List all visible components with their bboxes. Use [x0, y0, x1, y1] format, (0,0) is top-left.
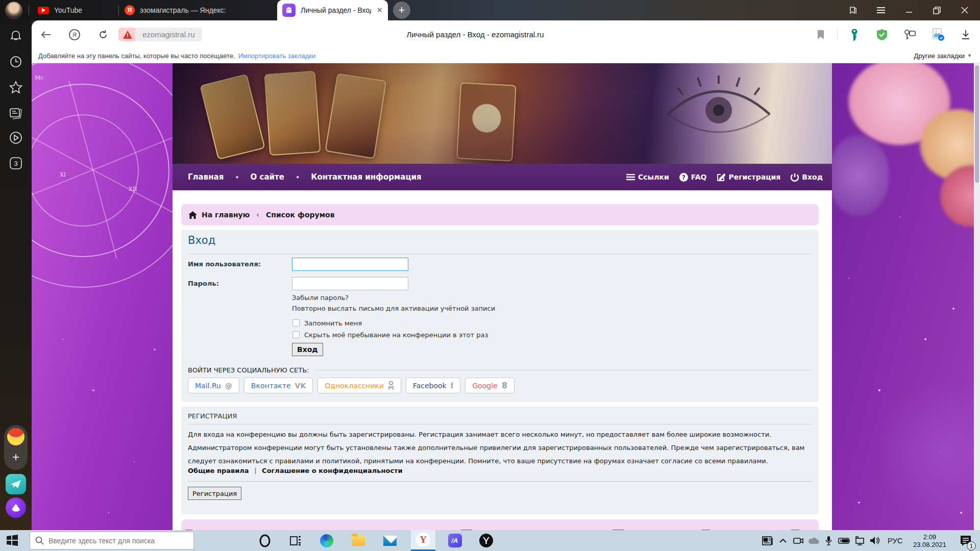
page-scrollbar[interactable]: [974, 63, 980, 530]
password-input[interactable]: [292, 277, 408, 290]
glow-decoration: [879, 369, 980, 530]
aliexpress-icon[interactable]: /A: [443, 530, 467, 551]
vk-icon: VK: [295, 382, 306, 390]
search-input[interactable]: [48, 537, 176, 545]
mailru-login-button[interactable]: Mail.Ru @: [188, 378, 239, 393]
zodiac-label: Mc: [35, 74, 43, 81]
username-input[interactable]: [292, 258, 408, 271]
breadcrumb-forums-link[interactable]: Список форумов: [266, 211, 335, 219]
nav-register-link[interactable]: Регистрация: [717, 173, 780, 182]
yandex-mail-icon[interactable]: [7, 428, 24, 445]
tarot-card: [200, 74, 265, 160]
side-panel-toggle-icon[interactable]: [842, 0, 863, 20]
start-button[interactable]: [6, 534, 18, 548]
camera-tray-icon[interactable]: [791, 537, 806, 545]
vkontakte-login-button[interactable]: Вконтакте VK: [244, 378, 313, 393]
onedrive-cloud-icon[interactable]: [806, 537, 821, 544]
odnoklassniki-login-button[interactable]: Одноклассники: [317, 378, 401, 393]
hide-session-checkbox[interactable]: [292, 331, 300, 338]
user-avatar[interactable]: [5, 2, 22, 19]
battery-icon[interactable]: [837, 537, 852, 544]
alice-assistant-icon[interactable]: [6, 497, 26, 518]
notification-center-icon[interactable]: 1: [951, 535, 980, 546]
tab-separator: [118, 5, 119, 15]
site-security-warning-icon[interactable]: !: [118, 28, 137, 41]
facebook-login-button[interactable]: Facebook f: [406, 378, 460, 393]
xbox-icon[interactable]: [474, 530, 498, 551]
forgot-password-link[interactable]: Забыли пароль?: [292, 294, 349, 302]
tab-youtube[interactable]: YouTube: [31, 0, 118, 20]
tab-close-icon[interactable]: ✕: [376, 6, 383, 15]
bookmarks-hint: Добавляйте на эту панель сайты, которые …: [38, 52, 235, 60]
other-bookmarks-button[interactable]: Другие закладки ▼: [914, 52, 972, 60]
bookmark-flag-icon[interactable]: [812, 20, 830, 48]
rules-link[interactable]: Общие правила: [188, 467, 249, 474]
tab-label: YouTube: [54, 6, 82, 14]
messenger-icon[interactable]: [6, 474, 26, 494]
language-indicator[interactable]: РУС: [883, 536, 908, 545]
bookmarks-star-icon[interactable]: [0, 81, 32, 95]
mail-app-icon[interactable]: [378, 530, 402, 551]
import-bookmarks-link[interactable]: Импортировать закладки: [238, 52, 316, 60]
google-g-icon: 8: [502, 381, 507, 390]
back-icon[interactable]: [37, 20, 55, 48]
notification-badge: 1: [967, 541, 976, 550]
cortana-icon[interactable]: [253, 530, 277, 551]
remember-me-checkbox[interactable]: [292, 319, 300, 327]
resend-activation-link[interactable]: Повторно выслать письмо для активации уч…: [292, 305, 495, 312]
video-play-icon[interactable]: [0, 131, 32, 145]
nav-about-link[interactable]: О сайте: [247, 172, 288, 182]
notifications-bell-icon[interactable]: [0, 30, 32, 43]
protect-keys-icon[interactable]: [900, 20, 919, 48]
page-title: Личный раздел - Вход - ezomagistral.ru: [185, 20, 766, 48]
edge-icon[interactable]: [314, 530, 339, 551]
minimize-button[interactable]: [899, 0, 919, 20]
browser-menu-icon[interactable]: [871, 0, 891, 20]
adguard-shield-icon[interactable]: [873, 20, 891, 48]
breadcrumb-home-link[interactable]: На главную: [202, 211, 250, 219]
collections-icon[interactable]: [0, 106, 32, 119]
tab-active-login[interactable]: Личный раздел - Вход ✕: [277, 0, 388, 20]
taskbar-clock[interactable]: 2:09 23.08.2021: [908, 533, 951, 548]
privacy-link[interactable]: Соглашение о конфиденциальности: [262, 467, 403, 474]
nav-home-link[interactable]: Главная: [184, 172, 228, 182]
site-nav-left: Главная • О сайте • Контактная информаци…: [184, 172, 426, 182]
nav-contact-link[interactable]: Контактная информация: [307, 172, 425, 182]
volume-icon[interactable]: [867, 536, 883, 545]
divider: [314, 370, 812, 370]
hidden-icons-chevron[interactable]: [775, 538, 791, 543]
screenshot-extension-icon[interactable]: [928, 20, 948, 48]
network-icon[interactable]: [852, 536, 867, 545]
nav-login-link[interactable]: Вход: [791, 173, 823, 182]
ghost-favicon: [282, 4, 296, 17]
pencil-square-icon: [717, 173, 725, 182]
password-key-icon[interactable]: [845, 20, 864, 48]
tabs-counter-icon[interactable]: 3: [0, 156, 32, 170]
tab-yandex-search[interactable]: Я эзомагистраль — Яндекс:: [120, 0, 274, 20]
taskbar-search[interactable]: [30, 532, 194, 549]
sidebar-add-icon[interactable]: +: [7, 448, 24, 466]
hide-session-label: Скрыть моё пребывание на конференции в э…: [304, 331, 488, 339]
zodiac-label: XII: [129, 186, 137, 192]
news-widget-icon[interactable]: [760, 536, 775, 545]
refresh-icon[interactable]: [94, 20, 112, 48]
file-explorer-icon[interactable]: [346, 530, 371, 551]
nav-links-link[interactable]: Ссылки: [626, 173, 669, 181]
close-button[interactable]: [954, 0, 975, 20]
nav-faq-link[interactable]: ? FAQ: [679, 173, 707, 182]
google-login-button[interactable]: Google 8: [465, 378, 514, 393]
yandex-home-icon[interactable]: Я: [65, 20, 84, 48]
task-view-icon[interactable]: [283, 530, 308, 551]
new-tab-button[interactable]: +: [393, 2, 410, 19]
register-button[interactable]: Регистрация: [188, 487, 241, 500]
downloads-icon[interactable]: [957, 20, 975, 48]
restore-button[interactable]: [926, 0, 947, 20]
microphone-tray-icon[interactable]: [821, 536, 837, 545]
scrollbar-thumb[interactable]: [975, 65, 979, 183]
history-clock-icon[interactable]: [0, 55, 32, 68]
yandex-browser-taskbar-icon[interactable]: Y: [411, 530, 435, 551]
youtube-icon: [38, 7, 49, 14]
eye-illustration: [663, 73, 775, 140]
browser-tab-bar: YouTube Я эзомагистраль — Яндекс: Личный…: [0, 0, 980, 20]
login-submit-button[interactable]: Вход: [292, 343, 323, 356]
